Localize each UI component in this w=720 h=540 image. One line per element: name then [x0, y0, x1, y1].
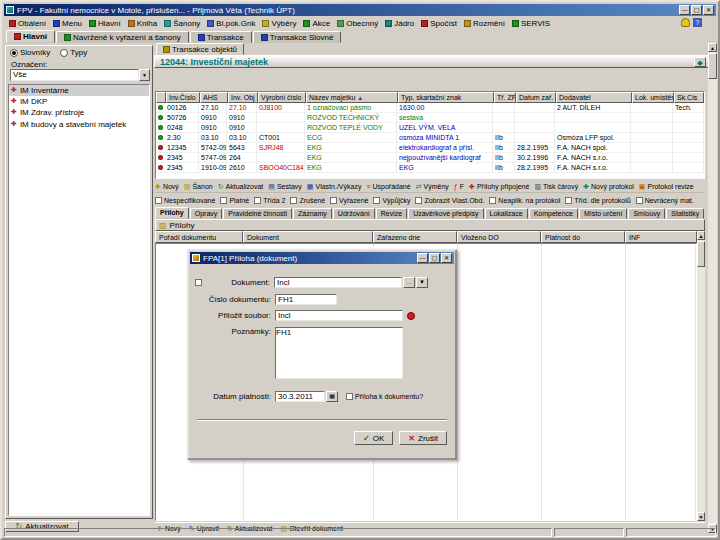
menu-item[interactable]: Bl.pok.Gnk	[204, 18, 258, 29]
table-row[interactable]: 5072609100910ROZVOD TECHNICKÝsestava	[156, 113, 704, 123]
filter-checkbox[interactable]: Nevrácený mat.	[636, 197, 694, 204]
close-button[interactable]: ✕	[703, 5, 714, 15]
valid-date-input[interactable]	[275, 391, 325, 402]
main-tab[interactable]: Transakce Slovné	[253, 31, 342, 43]
maximize-button[interactable]: ▢	[691, 5, 702, 15]
table-row[interactable]: 23451910-092610SBOO40C184EKGEKGIIb28.2.1…	[156, 163, 704, 173]
detail-tab[interactable]: Lokalizace	[485, 208, 528, 219]
attach-file-input[interactable]	[275, 310, 403, 321]
filter-checkbox[interactable]: Vyřazené	[330, 197, 368, 204]
radio-option[interactable]: Slovníky	[10, 48, 50, 57]
toolbar-button[interactable]: ▥ Tisk čárový	[534, 183, 578, 191]
column-header[interactable]: Dokument	[243, 231, 373, 243]
column-header[interactable]: Název majetku▲	[306, 92, 398, 103]
detail-tab[interactable]: Smlouvy	[628, 208, 665, 219]
toolbar-button[interactable]: ▦ Vlastn./Výkazy	[307, 183, 362, 191]
view-tab[interactable]: Transakce objektů	[156, 43, 244, 55]
document-input[interactable]	[274, 277, 402, 288]
column-header[interactable]: Pořadí dokumentu	[155, 231, 243, 243]
table-row[interactable]: 23455747-09264EKGnejpoužívanější kardiog…	[156, 153, 704, 163]
column-header[interactable]: Platnost do	[541, 231, 625, 243]
help-icon[interactable]: ?	[693, 18, 702, 27]
column-header[interactable]: Dodavatel	[556, 92, 632, 103]
column-header[interactable]: Tř. ZP	[494, 92, 516, 103]
menu-item[interactable]: SERVIS	[509, 18, 553, 29]
toolbar-button[interactable]: ↻ Aktualizovat	[218, 183, 264, 191]
column-header[interactable]: INF	[625, 231, 697, 243]
toolbar-button[interactable]: ▤ Sestavy	[268, 183, 302, 191]
main-tab[interactable]: Navržené k vyřazení a šanony	[56, 31, 189, 43]
designation-combobox[interactable]: Vše ▼	[10, 69, 150, 81]
toolbar-button[interactable]: ✚ Nový protokol	[583, 183, 634, 191]
detail-tab[interactable]: Revize	[376, 208, 407, 219]
column-header[interactable]: Výrobní číslo	[258, 92, 306, 103]
filter-checkbox[interactable]: Třída 2	[254, 197, 285, 204]
minimize-button[interactable]: —	[417, 253, 428, 263]
toolbar-button[interactable]: ⇄ Výměny	[416, 183, 449, 191]
scroll-up-icon[interactable]: ▲	[697, 231, 705, 240]
detail-tab[interactable]: Přílohy	[155, 207, 189, 219]
scrollbar-thumb[interactable]	[708, 53, 717, 79]
column-header[interactable]: AHS	[200, 92, 228, 103]
column-header[interactable]: Datum zař.	[516, 92, 556, 103]
menu-item[interactable]: Výběry	[259, 18, 299, 29]
column-header[interactable]: Vloženo DO	[457, 231, 541, 243]
radio-option[interactable]: Typy	[60, 48, 87, 57]
menu-item[interactable]: Rozmění	[461, 18, 508, 29]
column-header[interactable]: Typ, skartační znak	[398, 92, 494, 103]
filter-checkbox[interactable]: Nespecifikované	[155, 197, 215, 204]
scroll-up-icon[interactable]: ▲	[708, 43, 717, 52]
diamond-icon[interactable]: ◆	[694, 57, 706, 67]
table-row[interactable]: 024809100910ROZVOD TEPLÉ VODYUZEL VÝM. V…	[156, 123, 704, 133]
ok-button[interactable]: ✓ OK	[354, 431, 393, 445]
attach-to-document-checkbox[interactable]: Příloha k dokumentu?	[346, 393, 423, 400]
detail-tab[interactable]: Záznamy	[293, 208, 332, 219]
menu-item[interactable]: Spočíst	[418, 18, 460, 29]
menu-item[interactable]: Hlavní	[86, 18, 124, 29]
filter-checkbox[interactable]: Platné	[220, 197, 249, 204]
table-row[interactable]: 123455742-095643SJRJ48EKGelektrokardiogr…	[156, 143, 704, 153]
menu-item[interactable]: Akce	[300, 18, 333, 29]
filter-checkbox[interactable]: Výpůjčky	[373, 197, 410, 204]
maximize-button[interactable]: ▢	[429, 253, 440, 263]
menu-item[interactable]: Šanony	[161, 18, 203, 29]
tree-item[interactable]: ✚ IM DKP	[9, 96, 149, 107]
scroll-down-icon[interactable]: ▼	[697, 512, 705, 521]
minimize-button[interactable]: —	[679, 5, 690, 15]
table-row[interactable]: 0012627.1027.100J81001 označovací pásmo1…	[156, 103, 704, 113]
filter-checkbox[interactable]: Zobrazit Vlast.Obd.	[415, 197, 484, 204]
chevron-down-icon[interactable]: ▼	[416, 277, 428, 288]
detail-tab[interactable]: Místo určení	[579, 208, 628, 219]
scrollbar-thumb[interactable]	[697, 241, 705, 267]
tree-item[interactable]: ✚ IM budovy a stavební majetek	[9, 119, 149, 130]
bell-icon[interactable]	[681, 18, 690, 27]
detail-tab[interactable]: Udržování	[333, 208, 375, 219]
menu-item[interactable]: Menu	[50, 18, 85, 29]
column-header[interactable]: Zařazeno dne	[373, 231, 457, 243]
menu-item[interactable]: Obálení	[6, 18, 49, 29]
table-row[interactable]: 2.3003.1003.10CT001ECGosmóza MINIDTA 1II…	[156, 133, 704, 143]
menu-item[interactable]: Obecnný	[334, 18, 381, 29]
detail-tab[interactable]: Statistiky	[666, 208, 704, 219]
document-checkbox[interactable]	[195, 279, 202, 286]
main-tab[interactable]: Hlavní	[6, 30, 55, 43]
toolbar-button[interactable]: ✚ Přílohy připojené	[469, 183, 529, 191]
toolbar-button[interactable]: ▣ Protokol revize	[639, 183, 694, 191]
toolbar-button[interactable]: ✚ Nový	[155, 183, 179, 191]
column-header[interactable]: Inv. Obj	[228, 92, 258, 103]
detail-tab[interactable]: Opravy	[190, 208, 223, 219]
tree-item[interactable]: ✚ IM Inventárne	[9, 85, 149, 96]
cancel-button[interactable]: ✕ Zrušit	[399, 431, 447, 445]
toolbar-button[interactable]: ▨ Šanon	[184, 183, 213, 191]
notes-textarea[interactable]: FH1	[275, 327, 403, 379]
detail-tab[interactable]: Pravidelné činnosti	[223, 208, 292, 219]
main-tab[interactable]: Transakce	[190, 31, 252, 43]
column-header[interactable]: Sk.Cis	[674, 92, 704, 103]
filter-checkbox[interactable]: Zrušené	[290, 197, 325, 204]
document-number-input[interactable]	[275, 294, 337, 305]
filter-checkbox[interactable]: Neaplik. na protokol	[489, 197, 560, 204]
toolbar-button[interactable]: ≡ Uspořádané	[366, 183, 410, 190]
window-scrollbar[interactable]: ▲ ▼	[708, 43, 717, 533]
toolbar-button[interactable]: ƒ F	[454, 183, 464, 190]
menu-item[interactable]: Kniha	[125, 18, 160, 29]
